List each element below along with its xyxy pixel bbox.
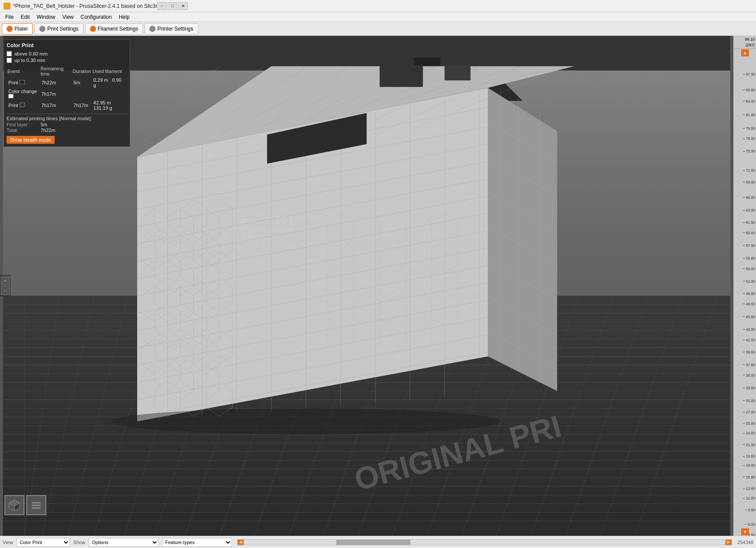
menu-file[interactable]: File (2, 13, 17, 21)
table-row: Color change 7h17m (7, 88, 127, 100)
svg-point-168 (277, 222, 279, 224)
scroll-thumb[interactable] (336, 540, 411, 545)
plater-button[interactable]: Plater (2, 23, 33, 35)
svg-point-176 (303, 217, 305, 219)
printer-settings-label: Printer Settings (157, 26, 193, 32)
printer-settings-button[interactable]: Printer Settings (145, 23, 198, 35)
scale-tick: 21.90 (743, 443, 755, 447)
swatch-dark (20, 103, 25, 107)
menu-help[interactable]: Help (115, 13, 133, 21)
svg-point-148 (249, 221, 251, 223)
svg-point-143 (242, 215, 244, 216)
side-tool-1[interactable]: + (1, 277, 10, 285)
scroll-left-arrow[interactable]: ◀ (238, 540, 244, 545)
viewport[interactable]: ORIGINAL PRI (0, 36, 733, 536)
col-filament: Used filament (92, 66, 127, 77)
svg-point-225 (111, 409, 501, 434)
show-select[interactable]: Options (89, 538, 159, 547)
print-settings-button[interactable]: Print Settings (35, 23, 83, 35)
maximize-button[interactable]: □ (168, 2, 177, 10)
menu-window[interactable]: Window (33, 13, 59, 21)
col-duration: Duration (72, 66, 92, 77)
window-title: *Phone_TAC_Belt_Holster - PrusaSlicer-2.… (13, 3, 157, 9)
plater-icon (7, 26, 13, 32)
filament-settings-button[interactable]: Filament Settings (85, 23, 143, 35)
svg-point-157 (255, 234, 257, 236)
svg-point-169 (283, 222, 285, 224)
close-button[interactable]: ✕ (178, 2, 188, 10)
menu-view[interactable]: View (59, 13, 77, 21)
color-print-title: Color Print (7, 42, 127, 49)
svg-rect-226 (380, 65, 423, 87)
above-checkbox[interactable] (7, 51, 12, 56)
horizontal-scrollbar[interactable]: ◀ ▶ (237, 539, 732, 545)
svg-point-167 (270, 222, 272, 224)
layers-view-button[interactable] (26, 495, 46, 515)
upto-checkbox[interactable] (7, 58, 12, 63)
scroll-right-arrow[interactable]: ▶ (725, 540, 732, 545)
filament-settings-label: Filament Settings (98, 26, 138, 32)
table-row: Print 7h17m 7h17m 42.95 m 131.19 g (7, 100, 127, 111)
scale-tick: 72.00 (743, 168, 755, 173)
scale-tick: 33.90 (743, 386, 755, 390)
minimize-button[interactable]: − (157, 2, 167, 10)
scale-tick: 15.90 (743, 475, 755, 479)
scale-tick: 63.90 (743, 208, 755, 212)
color-print-panel: Color Print above 0.60 mm up to 0.30 mm … (3, 39, 130, 147)
scale-tick: 30.00 (743, 399, 755, 403)
show-label: Show (73, 540, 86, 545)
scale-tick: 12.00 (743, 496, 755, 500)
scale-tick: 39.90 (743, 350, 755, 354)
svg-point-177 (310, 217, 311, 219)
svg-rect-234 (32, 505, 41, 506)
scale-tick: 85.80 (743, 88, 755, 92)
view-cube (4, 492, 48, 518)
swatch-black (20, 80, 25, 84)
scale-tick: 84.00 (743, 99, 755, 104)
scale-tick: 66.00 (743, 195, 755, 200)
print-settings-icon (39, 26, 45, 32)
scale-tick: 78.00 (743, 136, 755, 141)
svg-point-164 (277, 216, 279, 218)
scale-tick: 61.80 (743, 220, 755, 225)
feature-types-select[interactable]: Feature types (162, 538, 232, 547)
col-remaining: Remaining time (40, 66, 72, 77)
scale-ruler: 89.10 (297) ▲ 87.9085.8084.0081.9079.807… (733, 36, 756, 536)
show-stealth-mode-button[interactable]: Show stealth mode (7, 136, 55, 144)
iso-view-button[interactable] (4, 495, 24, 515)
menu-edit[interactable]: Edit (17, 13, 33, 21)
scale-tick: 6.00 (745, 522, 755, 527)
scale-tick: 37.80 (743, 363, 755, 367)
scale-down-arrow[interactable]: ▼ (741, 528, 749, 535)
svg-point-163 (270, 216, 272, 218)
printer-settings-icon (149, 26, 155, 32)
first-layer-val: 5m (41, 122, 47, 127)
total-label: Total: (7, 128, 37, 133)
main-area: ORIGINAL PRI (0, 36, 756, 536)
view-select[interactable]: Color Print Featuretype Height Width Spe… (17, 538, 70, 547)
scale-tick: 18.00 (743, 463, 755, 468)
coordinate-display: 254348 (737, 540, 753, 545)
separator (7, 114, 127, 114)
svg-point-150 (262, 221, 264, 223)
scale-tick: 87.90 (743, 72, 755, 76)
svg-point-174 (290, 229, 292, 231)
side-tool-2[interactable]: − (1, 286, 10, 295)
svg-point-175 (297, 217, 298, 219)
print-settings-label: Print Settings (47, 26, 78, 32)
scale-up-arrow[interactable]: ▲ (741, 49, 749, 56)
first-layer-label: First layer: (7, 122, 37, 127)
svg-rect-227 (445, 65, 470, 80)
scale-tick: 24.00 (743, 431, 755, 435)
color-print-table: Event Remaining time Duration Used filam… (7, 66, 127, 111)
coord-x: 254348 (737, 540, 753, 545)
view-label: View (3, 540, 13, 545)
menu-configuration[interactable]: Configuration (77, 13, 115, 21)
svg-rect-235 (32, 507, 41, 509)
svg-marker-54 (488, 88, 557, 391)
svg-point-162 (262, 241, 264, 243)
scale-tick: 43.80 (743, 327, 755, 332)
scale-tick: 54.00 (743, 267, 755, 271)
scale-ticks: 87.9085.8084.0081.9079.8078.0075.9072.00… (734, 57, 756, 516)
upto-row: up to 0.30 mm (7, 58, 127, 63)
